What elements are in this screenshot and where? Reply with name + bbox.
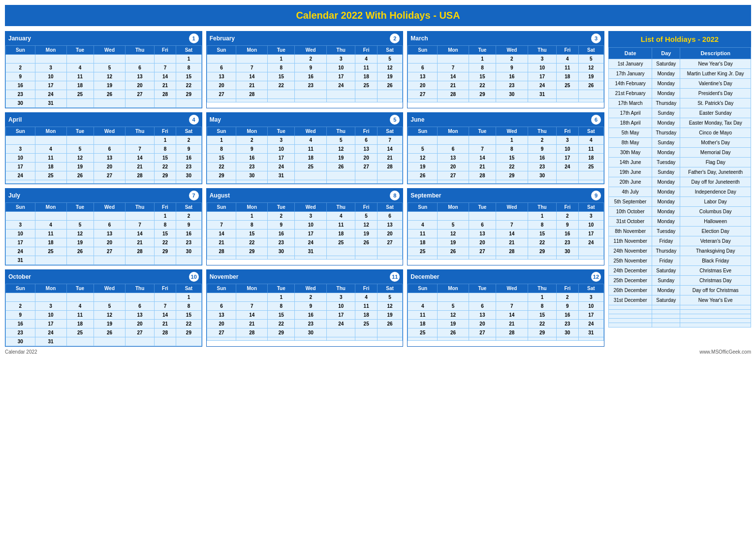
holiday-description: Father's Day, Juneteenth [680,167,751,177]
holiday-row-empty [609,319,751,323]
cal-day: 2 [236,136,268,145]
cal-day: 18 [35,163,66,171]
day-header: Tue [268,203,295,212]
cal-table: SunMonTueWedThuFriSat1234567891011121314… [207,284,403,341]
day-header: Tue [469,284,496,293]
cal-day: 27 [355,163,377,171]
cal-day [94,256,126,265]
cal-day: 13 [408,72,438,81]
cal-day: 18 [578,154,603,163]
holiday-row: 19th JuneSundayFather's Day, Juneteenth [609,167,751,177]
day-header: Sat [176,46,201,55]
cal-day: 9 [496,64,528,72]
holiday-row: 1st JanuarySaturdayNew Year's Day [609,59,751,69]
cal-day: 24 [6,247,35,256]
month-name: September [410,192,441,199]
cal-day [469,337,496,341]
cal-table: SunMonTueWedThuFriSat1234567891011121314… [207,127,403,184]
cal-day: 19 [377,311,402,320]
cal-day: 22 [268,320,295,328]
cal-day: 30 [528,171,556,180]
cal-day: 9 [176,221,201,229]
month-number: 6 [591,115,601,125]
cal-day: 21 [236,320,268,328]
cal-day: 12 [355,221,377,229]
cal-day: 13 [469,311,496,320]
day-header: Sun [6,203,35,212]
cal-day: 2 [268,212,295,221]
month-header-april: April4 [5,113,202,127]
cal-day: 14 [126,154,154,163]
cal-day: 24 [35,90,66,99]
month-name: June [410,116,424,123]
cal-day: 2 [176,212,201,221]
holiday-row: 10th OctoberMondayColumbus Day [609,207,751,217]
holiday-date: 31st October [609,217,652,227]
cal-day: 28 [496,328,528,337]
cal-day: 5 [408,145,438,154]
cal-day: 13 [126,72,154,81]
month-name: August [210,192,230,199]
cal-day: 21 [126,163,154,171]
holiday-day: Monday [652,217,680,227]
cal-day: 11 [578,145,603,154]
holiday-cell-empty [609,310,652,314]
holiday-description: Martin Luther King Jr. Day [680,69,751,79]
cal-day [236,293,268,302]
day-header: Fri [154,284,176,293]
holiday-description: Flag Day [680,158,751,167]
cal-day: 6 [207,302,236,311]
cal-day [355,256,377,260]
day-header: Wed [295,46,327,55]
holiday-description: Labor Day [680,197,751,207]
cal-day: 15 [176,311,201,320]
cal-day [126,99,154,108]
cal-day [496,337,528,341]
holiday-description: Columbus Day [680,207,751,217]
cal-day: 7 [154,64,176,72]
cal-day [6,55,35,64]
cal-day [327,90,355,99]
cal-day [355,171,377,180]
page-title: Calendar 2022 With Holidays - USA [5,5,751,26]
cal-day: 1 [268,55,295,64]
cal-day: 24 [528,81,556,90]
cal-day: 30 [268,247,295,256]
cal-day [438,99,469,102]
cal-day: 28 [469,171,496,180]
cal-day: 16 [295,72,327,81]
cal-day [154,99,176,108]
day-header: Mon [35,46,66,55]
cal-day: 11 [66,72,94,81]
cal-day: 23 [557,238,578,247]
month-header-march: March3 [408,32,604,45]
cal-day [557,256,578,260]
holiday-cell-empty [680,310,751,314]
cal-day: 26 [377,81,402,90]
cal-day: 9 [557,221,578,229]
holiday-date: 25th November [609,256,652,266]
cal-day: 6 [469,302,496,311]
cal-day: 13 [207,72,236,81]
cal-day: 3 [327,55,355,64]
cal-day: 6 [207,64,236,72]
month-march: March3SunMonTueWedThuFriSat1234567891011… [407,31,604,108]
cal-day [557,180,578,184]
month-number: 9 [591,191,601,200]
holiday-day: Friday [652,236,680,246]
cal-day [268,180,295,184]
cal-day: 18 [295,154,327,163]
cal-day: 19 [408,163,438,171]
cal-day [377,171,402,180]
cal-day: 21 [496,238,528,247]
day-header: Mon [236,46,268,55]
cal-day: 11 [355,64,377,72]
cal-day [496,256,528,260]
cal-day [126,180,154,184]
month-name: November [210,273,239,280]
cal-day [377,247,402,256]
cal-day: 13 [94,154,126,163]
cal-day [94,55,126,64]
day-header: Mon [236,284,268,293]
holiday-day: Sunday [652,167,680,177]
